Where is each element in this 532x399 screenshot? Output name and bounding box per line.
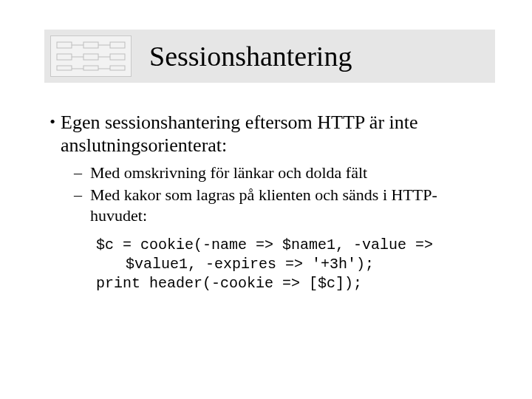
svg-rect-5 [83, 66, 98, 70]
code-line: print header(-cookie => [$c]); [96, 274, 480, 293]
slide-body: • Egen sessionshantering eftersom HTTP ä… [44, 103, 488, 299]
code-block: $c = cookie(-name => $name1, -value => $… [96, 236, 480, 293]
title-bar: Sessionshantering [44, 30, 495, 83]
code-line: $c = cookie(-name => $name1, -value => $… [96, 236, 480, 274]
diagram-icon [50, 35, 132, 77]
svg-rect-2 [57, 66, 72, 70]
bullet-level1: • Egen sessionshantering eftersom HTTP ä… [44, 111, 488, 293]
slide: Sessionshantering • Egen sessionshanteri… [0, 0, 532, 399]
bullet-dot-icon: • [44, 111, 61, 133]
svg-rect-7 [110, 54, 125, 60]
bullet-level2-text: Med omskrivning för länkar och dolda fäl… [90, 163, 488, 183]
dash-icon: – [74, 185, 90, 205]
bullet-level1-text: Egen sessionshantering eftersom HTTP är … [61, 111, 488, 157]
bullet-level2-item: – Med kakor som lagras på klienten och s… [74, 185, 488, 225]
bullet-level2-item: – Med omskrivning för länkar och dolda f… [74, 163, 488, 183]
svg-rect-3 [83, 42, 98, 48]
svg-rect-1 [57, 54, 72, 60]
bullet-level2-text: Med kakor som lagras på klienten och sän… [90, 185, 488, 225]
dash-icon: – [74, 163, 90, 183]
svg-rect-4 [83, 54, 98, 60]
svg-rect-8 [110, 66, 125, 70]
bullet-level2-list: – Med omskrivning för länkar och dolda f… [74, 163, 488, 225]
slide-title: Sessionshantering [149, 40, 352, 72]
svg-rect-6 [110, 42, 125, 48]
svg-rect-0 [57, 42, 72, 48]
